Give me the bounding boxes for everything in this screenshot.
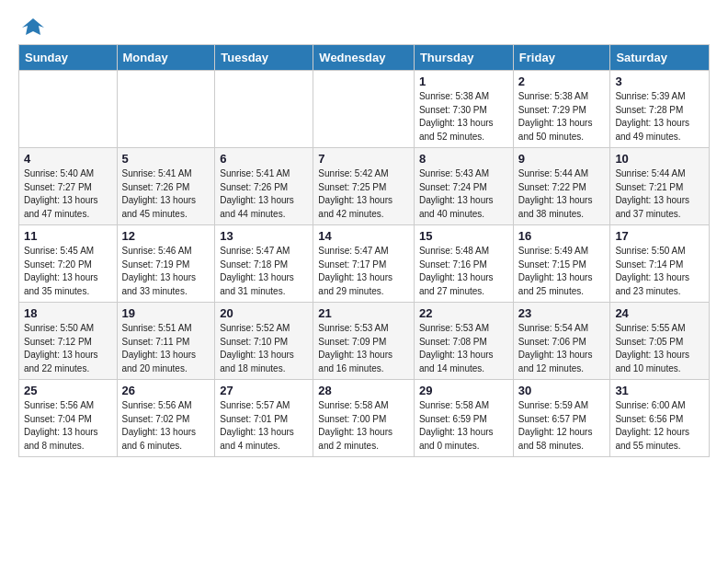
day-number: 12: [122, 229, 210, 243]
day-info: Sunrise: 5:47 AMSunset: 7:18 PMDaylight:…: [220, 245, 308, 298]
day-info: Sunrise: 5:54 AMSunset: 7:06 PMDaylight:…: [518, 322, 606, 375]
day-number: 5: [122, 152, 210, 166]
day-info: Sunrise: 5:44 AMSunset: 7:21 PMDaylight:…: [615, 167, 704, 221]
day-info: Sunrise: 6:00 AMSunset: 6:56 PMDaylight:…: [615, 399, 704, 453]
day-info: Sunrise: 5:48 AMSunset: 7:16 PMDaylight:…: [419, 245, 508, 298]
calendar-header-friday: Friday: [513, 45, 610, 71]
day-info: Sunrise: 5:49 AMSunset: 7:15 PMDaylight:…: [518, 245, 606, 298]
day-number: 2: [518, 75, 606, 88]
day-number: 26: [122, 384, 210, 397]
day-number: 23: [518, 306, 606, 320]
calendar-cell: 22Sunrise: 5:53 AMSunset: 7:08 PMDayligh…: [414, 303, 513, 380]
calendar-cell: 15Sunrise: 5:48 AMSunset: 7:16 PMDayligh…: [414, 225, 513, 303]
calendar-cell: 10Sunrise: 5:44 AMSunset: 7:21 PMDayligh…: [610, 148, 710, 225]
calendar-cell: [117, 71, 215, 148]
calendar-cell: 17Sunrise: 5:50 AMSunset: 7:14 PMDayligh…: [610, 225, 710, 303]
day-number: 6: [220, 152, 308, 166]
calendar-cell: 31Sunrise: 6:00 AMSunset: 6:56 PMDayligh…: [610, 380, 710, 457]
calendar-cell: 1Sunrise: 5:38 AMSunset: 7:30 PMDaylight…: [414, 71, 513, 148]
day-number: 29: [419, 384, 508, 397]
day-number: 30: [518, 384, 606, 397]
calendar-cell: 21Sunrise: 5:53 AMSunset: 7:09 PMDayligh…: [313, 303, 415, 380]
day-number: 1: [419, 75, 508, 88]
calendar-cell: 27Sunrise: 5:57 AMSunset: 7:01 PMDayligh…: [215, 380, 313, 457]
logo-bird-icon: [20, 15, 46, 40]
day-info: Sunrise: 5:40 AMSunset: 7:27 PMDaylight:…: [24, 167, 112, 221]
calendar-cell: 30Sunrise: 5:59 AMSunset: 6:57 PMDayligh…: [513, 380, 610, 457]
day-info: Sunrise: 5:39 AMSunset: 7:28 PMDaylight:…: [615, 90, 704, 144]
calendar-cell: 2Sunrise: 5:38 AMSunset: 7:29 PMDaylight…: [513, 71, 610, 148]
calendar-week-2: 4Sunrise: 5:40 AMSunset: 7:27 PMDaylight…: [19, 148, 710, 225]
day-info: Sunrise: 5:57 AMSunset: 7:01 PMDaylight:…: [220, 399, 308, 453]
day-number: 14: [318, 229, 409, 243]
day-number: 24: [615, 306, 704, 320]
day-number: 13: [220, 229, 308, 243]
calendar-cell: 4Sunrise: 5:40 AMSunset: 7:27 PMDaylight…: [19, 148, 118, 225]
day-info: Sunrise: 5:44 AMSunset: 7:22 PMDaylight:…: [518, 167, 606, 221]
day-info: Sunrise: 5:55 AMSunset: 7:05 PMDaylight:…: [615, 322, 704, 375]
calendar-cell: 23Sunrise: 5:54 AMSunset: 7:06 PMDayligh…: [513, 303, 610, 380]
calendar-cell: 3Sunrise: 5:39 AMSunset: 7:28 PMDaylight…: [610, 71, 710, 148]
calendar-cell: 5Sunrise: 5:41 AMSunset: 7:26 PMDaylight…: [117, 148, 215, 225]
day-number: 19: [122, 306, 210, 320]
day-number: 11: [24, 229, 112, 243]
day-info: Sunrise: 5:58 AMSunset: 6:59 PMDaylight:…: [419, 399, 508, 453]
day-info: Sunrise: 5:50 AMSunset: 7:12 PMDaylight:…: [24, 322, 112, 375]
calendar-cell: 18Sunrise: 5:50 AMSunset: 7:12 PMDayligh…: [19, 303, 118, 380]
calendar-header-tuesday: Tuesday: [215, 45, 313, 71]
day-number: 10: [615, 152, 704, 166]
day-number: 28: [318, 384, 409, 397]
day-number: 20: [220, 306, 308, 320]
day-number: 27: [220, 384, 308, 397]
calendar-cell: 12Sunrise: 5:46 AMSunset: 7:19 PMDayligh…: [117, 225, 215, 303]
calendar-cell: [313, 71, 415, 148]
day-number: 21: [318, 306, 409, 320]
calendar-cell: 19Sunrise: 5:51 AMSunset: 7:11 PMDayligh…: [117, 303, 215, 380]
day-info: Sunrise: 5:41 AMSunset: 7:26 PMDaylight:…: [220, 167, 308, 221]
day-number: 9: [518, 152, 606, 166]
day-info: Sunrise: 5:56 AMSunset: 7:02 PMDaylight:…: [122, 399, 210, 453]
day-info: Sunrise: 5:50 AMSunset: 7:14 PMDaylight:…: [615, 245, 704, 298]
day-info: Sunrise: 5:43 AMSunset: 7:24 PMDaylight:…: [419, 167, 508, 221]
day-info: Sunrise: 5:47 AMSunset: 7:17 PMDaylight:…: [318, 245, 409, 298]
calendar-week-4: 18Sunrise: 5:50 AMSunset: 7:12 PMDayligh…: [19, 303, 710, 380]
day-info: Sunrise: 5:41 AMSunset: 7:26 PMDaylight:…: [122, 167, 210, 221]
svg-marker-0: [22, 18, 44, 35]
day-info: Sunrise: 5:38 AMSunset: 7:29 PMDaylight:…: [518, 90, 606, 144]
day-info: Sunrise: 5:53 AMSunset: 7:08 PMDaylight:…: [419, 322, 508, 375]
calendar-cell: 26Sunrise: 5:56 AMSunset: 7:02 PMDayligh…: [117, 380, 215, 457]
calendar-cell: 8Sunrise: 5:43 AMSunset: 7:24 PMDaylight…: [414, 148, 513, 225]
calendar-cell: 25Sunrise: 5:56 AMSunset: 7:04 PMDayligh…: [19, 380, 118, 457]
calendar-cell: 13Sunrise: 5:47 AMSunset: 7:18 PMDayligh…: [215, 225, 313, 303]
day-number: 16: [518, 229, 606, 243]
calendar-cell: 28Sunrise: 5:58 AMSunset: 7:00 PMDayligh…: [313, 380, 415, 457]
day-number: 25: [24, 384, 112, 397]
day-number: 31: [615, 384, 704, 397]
calendar-header-monday: Monday: [117, 45, 215, 71]
day-info: Sunrise: 5:59 AMSunset: 6:57 PMDaylight:…: [518, 399, 606, 453]
day-number: 17: [615, 229, 704, 243]
calendar-cell: 29Sunrise: 5:58 AMSunset: 6:59 PMDayligh…: [414, 380, 513, 457]
logo: [18, 15, 46, 37]
calendar-cell: 6Sunrise: 5:41 AMSunset: 7:26 PMDaylight…: [215, 148, 313, 225]
calendar-header-row: SundayMondayTuesdayWednesdayThursdayFrid…: [19, 45, 710, 71]
calendar-cell: 14Sunrise: 5:47 AMSunset: 7:17 PMDayligh…: [313, 225, 415, 303]
day-number: 7: [318, 152, 409, 166]
calendar-header-saturday: Saturday: [610, 45, 710, 71]
calendar-cell: 7Sunrise: 5:42 AMSunset: 7:25 PMDaylight…: [313, 148, 415, 225]
calendar-cell: 9Sunrise: 5:44 AMSunset: 7:22 PMDaylight…: [513, 148, 610, 225]
calendar-week-3: 11Sunrise: 5:45 AMSunset: 7:20 PMDayligh…: [19, 225, 710, 303]
day-number: 15: [419, 229, 508, 243]
day-info: Sunrise: 5:53 AMSunset: 7:09 PMDaylight:…: [318, 322, 409, 375]
calendar-header-thursday: Thursday: [414, 45, 513, 71]
day-number: 8: [419, 152, 508, 166]
day-info: Sunrise: 5:56 AMSunset: 7:04 PMDaylight:…: [24, 399, 112, 453]
calendar-cell: 11Sunrise: 5:45 AMSunset: 7:20 PMDayligh…: [19, 225, 118, 303]
calendar-header-wednesday: Wednesday: [313, 45, 415, 71]
day-info: Sunrise: 5:51 AMSunset: 7:11 PMDaylight:…: [122, 322, 210, 375]
calendar-table: SundayMondayTuesdayWednesdayThursdayFrid…: [18, 44, 710, 457]
calendar-cell: 20Sunrise: 5:52 AMSunset: 7:10 PMDayligh…: [215, 303, 313, 380]
day-info: Sunrise: 5:58 AMSunset: 7:00 PMDaylight:…: [318, 399, 409, 453]
day-info: Sunrise: 5:45 AMSunset: 7:20 PMDaylight:…: [24, 245, 112, 298]
day-info: Sunrise: 5:46 AMSunset: 7:19 PMDaylight:…: [122, 245, 210, 298]
